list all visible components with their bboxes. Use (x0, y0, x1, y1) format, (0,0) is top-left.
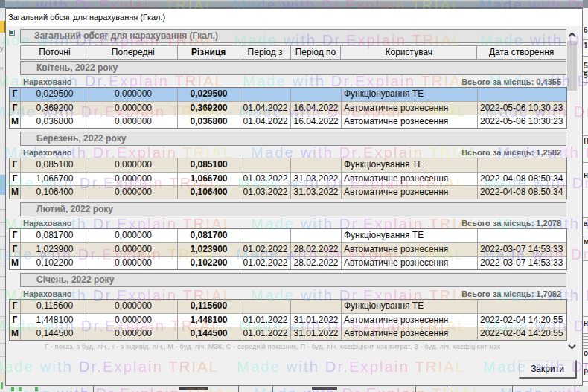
cell-previous[interactable]: 0,000000 (89, 88, 178, 101)
cell-user[interactable]: Автоматичне рознесення (342, 186, 478, 199)
cell-period_to[interactable]: 16.04.2022 (291, 115, 342, 128)
cell-marker[interactable]: М (10, 257, 21, 269)
pin-button[interactable] (9, 30, 15, 36)
cell-difference[interactable]: 1,066700 (178, 173, 240, 185)
column-header-4[interactable]: Період з (240, 46, 291, 59)
scroll-down-icon[interactable] (567, 343, 577, 350)
cell-period_from[interactable] (240, 300, 291, 313)
table-row[interactable]: Г1,0667000,0000001,06670001.03.202231.03… (10, 172, 566, 185)
cell-marker[interactable]: М (10, 327, 21, 340)
cell-marker[interactable]: М (10, 186, 21, 199)
cell-difference[interactable]: 0,144500 (178, 327, 240, 340)
column-header-3[interactable]: Різниця (178, 46, 240, 59)
table-row[interactable]: М0,0368000,0000000,03680001.04.202216.04… (10, 115, 566, 128)
cell-created[interactable]: 2022-03-07 14:53:33 (478, 243, 566, 256)
column-header-2[interactable]: Попередні (89, 46, 178, 59)
cell-current[interactable]: 0,029500 (21, 88, 89, 101)
cell-user[interactable]: Автоматичне рознесення (342, 314, 478, 327)
cell-period_from[interactable]: 01.01.2022 (240, 327, 291, 340)
cell-previous[interactable]: 0,000000 (89, 314, 178, 327)
cell-created[interactable]: 2022-05-06 10:30:23 (478, 115, 566, 128)
column-header-1[interactable]: Поточні (21, 46, 89, 59)
cell-period_from[interactable]: 01.02.2022 (240, 243, 291, 256)
cell-period_to[interactable]: 31.01.2022 (291, 327, 342, 340)
cell-current[interactable]: 1,448100 (21, 314, 89, 327)
cell-period_from[interactable]: 01.03.2022 (240, 173, 291, 185)
cell-user[interactable]: Автоматичне рознесення (342, 243, 478, 256)
cell-period_to[interactable]: 16.04.2022 (291, 102, 342, 115)
cell-period_from[interactable]: 01.04.2022 (240, 102, 291, 115)
cell-period_to[interactable]: 31.03.2022 (291, 173, 342, 185)
cell-period_to[interactable]: 31.03.2022 (291, 186, 342, 199)
cell-previous[interactable]: 0,000000 (89, 186, 178, 199)
cell-period_to[interactable]: 28.02.2022 (291, 243, 342, 256)
cell-difference[interactable]: 0,029500 (178, 88, 240, 101)
cell-period_to[interactable] (291, 229, 342, 242)
cell-created[interactable]: 2022-05-06 10:30:23 (478, 102, 566, 115)
table-row[interactable]: Г1,4481000,0000001,44810001.01.202231.01… (10, 313, 566, 327)
cell-period_from[interactable]: 01.02.2022 (240, 257, 291, 269)
cell-difference[interactable]: 0,369200 (178, 102, 240, 115)
table-row[interactable]: Г0,0295000,0000000,029500Функціонування … (10, 88, 566, 101)
cell-created[interactable] (478, 158, 566, 172)
column-header-7[interactable]: Дата створення (477, 46, 566, 59)
table-row[interactable]: М0,1445000,0000000,14450001.01.202231.01… (10, 327, 566, 340)
cell-previous[interactable]: 0,000000 (89, 229, 178, 242)
cell-difference[interactable]: 0,036800 (178, 115, 240, 128)
cell-difference[interactable]: 1,023900 (178, 243, 240, 256)
cell-user[interactable]: Автоматичне рознесення (342, 102, 478, 115)
cell-created[interactable]: 2022-03-07 14:53:33 (478, 257, 566, 269)
cell-period_to[interactable] (291, 158, 342, 172)
cell-difference[interactable]: 0,085100 (178, 158, 240, 172)
cell-user[interactable]: Автоматичне рознесення (342, 173, 478, 185)
cell-user[interactable]: Функціонування ТЕ (342, 229, 478, 242)
cell-created[interactable]: 2022-04-08 08:50:34 (478, 173, 566, 185)
table-row[interactable]: Г0,1156000,0000000,115600Функціонування … (10, 300, 566, 313)
cell-created[interactable] (478, 88, 566, 101)
cell-marker[interactable]: Г (10, 314, 21, 327)
cell-marker[interactable]: Г (10, 229, 21, 242)
cell-user[interactable]: Функціонування ТЕ (342, 300, 478, 313)
cell-previous[interactable]: 0,000000 (89, 243, 178, 256)
cell-period_from[interactable]: 01.03.2022 (240, 186, 291, 199)
cell-current[interactable]: 1,023900 (21, 243, 89, 256)
cell-created[interactable] (478, 229, 566, 242)
cell-marker[interactable]: Г (10, 243, 21, 256)
cell-difference[interactable]: 0,102200 (178, 257, 240, 269)
cell-period_from[interactable] (240, 158, 291, 172)
cell-period_to[interactable]: 31.01.2022 (291, 314, 342, 327)
scroll-up-icon[interactable] (567, 31, 577, 39)
cell-previous[interactable]: 0,000000 (89, 115, 178, 128)
cell-user[interactable]: Функціонування ТЕ (342, 88, 478, 101)
cell-period_from[interactable]: 01.04.2022 (240, 115, 291, 128)
cell-previous[interactable]: 0,000000 (89, 257, 178, 269)
cell-current[interactable]: 0,102200 (21, 257, 89, 269)
cell-created[interactable]: 2022-02-04 14:20:55 (478, 314, 566, 327)
cell-current[interactable]: 0,036800 (21, 115, 89, 128)
column-header-5[interactable]: Період по (291, 46, 342, 59)
cell-marker[interactable]: Г (10, 173, 21, 185)
cell-previous[interactable]: 0,000000 (89, 158, 178, 172)
table-row[interactable]: М0,1022000,0000000,10220001.02.202228.02… (10, 256, 566, 269)
cell-difference[interactable]: 0,115600 (178, 300, 240, 313)
cell-marker[interactable]: М (10, 115, 21, 128)
cell-created[interactable]: 2022-02-04 14:20:55 (478, 327, 566, 340)
cell-marker[interactable]: Г (10, 88, 21, 101)
cell-marker[interactable]: Г (10, 158, 21, 172)
cell-period_to[interactable] (291, 300, 342, 313)
cell-previous[interactable]: 0,000000 (89, 327, 178, 340)
scrollbar-thumb[interactable] (567, 41, 577, 91)
cell-previous[interactable]: 0,000000 (89, 300, 178, 313)
table-row[interactable]: Г1,0239000,0000001,02390001.02.202228.02… (10, 242, 566, 256)
cell-period_from[interactable] (240, 88, 291, 101)
cell-previous[interactable]: 0,000000 (89, 173, 178, 185)
cell-previous[interactable]: 0,000000 (89, 102, 178, 115)
cell-current[interactable]: 0,144500 (21, 327, 89, 340)
close-button[interactable]: Закрити (519, 360, 577, 379)
cell-period_from[interactable]: 01.01.2022 (240, 314, 291, 327)
cell-current[interactable]: 0,081700 (21, 229, 89, 242)
table-row[interactable]: Г0,0851000,0000000,085100Функціонування … (10, 158, 566, 172)
cell-user[interactable]: Автоматичне рознесення (342, 257, 478, 269)
cell-period_from[interactable] (240, 229, 291, 242)
table-row[interactable]: Г0,0817000,0000000,081700Функціонування … (10, 229, 566, 242)
